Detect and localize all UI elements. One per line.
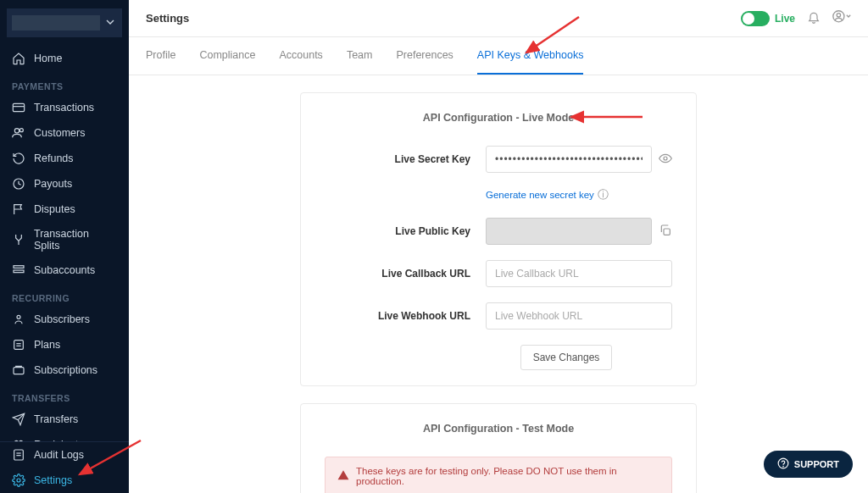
sidebar-item-label: Disputes <box>34 203 75 215</box>
sidebar-item-label: Transactions <box>34 102 94 114</box>
svg-point-3 <box>19 129 23 132</box>
callback-url-label: Live Callback URL <box>325 268 486 280</box>
api-config-live-card: API Configuration - Live Mode Live Secre… <box>300 92 697 386</box>
svg-rect-26 <box>664 229 670 235</box>
plans-icon <box>12 338 25 352</box>
send-icon <box>12 413 25 426</box>
home-icon <box>12 52 25 65</box>
svg-rect-8 <box>14 341 24 350</box>
svg-point-22 <box>17 479 20 482</box>
nav-section-heading: PAYMENTS <box>0 71 129 95</box>
live-public-key-input[interactable] <box>486 218 652 245</box>
copy-icon[interactable] <box>659 224 672 240</box>
split-icon <box>12 233 25 246</box>
sidebar-item-label: Plans <box>34 339 60 351</box>
card-title: API Configuration - Live Mode <box>325 112 672 124</box>
workspace-logo <box>12 15 100 30</box>
live-secret-key-input[interactable] <box>486 146 652 173</box>
help-icon <box>777 457 789 471</box>
sidebar-item-subaccounts[interactable]: Subaccounts <box>0 258 129 283</box>
sidebar-item-label: Subscribers <box>34 313 90 325</box>
eye-icon[interactable] <box>659 152 672 168</box>
sidebar-item-label: Home <box>34 53 62 64</box>
users-icon <box>12 126 25 140</box>
svg-point-2 <box>14 129 19 133</box>
sidebar-item-label: Transfers <box>34 413 78 425</box>
sidebar-item-label: Subaccounts <box>34 264 95 276</box>
tab-preferences[interactable]: Preferences <box>396 37 453 75</box>
topbar: Settings Live <box>129 0 868 37</box>
sidebar-item-settings[interactable]: Settings <box>0 468 129 493</box>
svg-rect-0 <box>13 103 24 111</box>
public-key-label: Live Public Key <box>325 225 486 237</box>
tab-compliance[interactable]: Compliance <box>199 37 255 75</box>
nav-section-heading: TRANSFERS <box>0 383 129 407</box>
user-avatar-menu[interactable] <box>832 10 851 26</box>
sidebar-item-plans[interactable]: Plans <box>0 332 129 357</box>
svg-point-24 <box>837 14 840 17</box>
sidebar-item-subscribers[interactable]: Subscribers <box>0 307 129 332</box>
sidebar-item-subscriptions[interactable]: Subscriptions <box>0 357 129 383</box>
card-icon <box>12 101 25 114</box>
tab-team[interactable]: Team <box>347 37 373 75</box>
sidebar-item-transaction-splits[interactable]: Transaction Splits <box>0 222 129 258</box>
tab-profile[interactable]: Profile <box>146 37 175 75</box>
subscriptions-icon <box>12 363 25 377</box>
live-webhook-url-input[interactable] <box>486 302 672 330</box>
sidebar-item-label: Audit Logs <box>34 449 84 461</box>
payout-icon <box>12 177 25 191</box>
bell-icon[interactable] <box>807 10 821 26</box>
subscriber-icon <box>12 313 25 326</box>
live-mode-toggle[interactable] <box>741 11 770 26</box>
content: API Configuration - Live Mode Live Secre… <box>129 75 868 493</box>
sidebar-item-label: Subscriptions <box>34 364 97 376</box>
support-button[interactable]: SUPPORT <box>764 451 853 478</box>
log-icon <box>12 448 25 462</box>
sidebar-item-label: Customers <box>34 127 85 139</box>
svg-rect-19 <box>14 450 24 460</box>
sidebar-item-label: Transaction Splits <box>34 228 117 252</box>
sidebar-item-label: Settings <box>34 474 72 486</box>
warning-icon <box>337 469 349 483</box>
webhook-url-label: Live Webhook URL <box>325 310 486 322</box>
refund-icon <box>12 152 25 165</box>
sidebar-item-audit-logs[interactable]: Audit Logs <box>0 442 129 468</box>
secret-key-label: Live Secret Key <box>325 153 486 165</box>
sidebar-item-transfers[interactable]: Transfers <box>0 407 129 432</box>
flag-icon <box>12 202 25 216</box>
tab-accounts[interactable]: Accounts <box>279 37 322 75</box>
svg-rect-6 <box>14 270 24 273</box>
sidebar-item-transactions[interactable]: Transactions <box>0 95 129 120</box>
svg-rect-5 <box>14 266 24 269</box>
test-mode-warning: These keys are for testing only. Please … <box>325 457 672 493</box>
svg-point-7 <box>17 315 20 319</box>
sidebar-item-refunds[interactable]: Refunds <box>0 146 129 171</box>
live-callback-url-input[interactable] <box>486 260 672 287</box>
save-changes-button[interactable]: Save Changes <box>520 345 613 370</box>
sidebar: Home PAYMENTS Transactions Customers Ref… <box>0 0 129 493</box>
svg-rect-11 <box>14 368 24 374</box>
live-mode-label: Live <box>775 13 795 25</box>
chevron-down-icon <box>103 15 117 31</box>
sidebar-item-payouts[interactable]: Payouts <box>0 171 129 197</box>
api-config-test-card: API Configuration - Test Mode These keys… <box>300 403 697 493</box>
sidebar-item-label: Refunds <box>34 152 74 164</box>
page-title: Settings <box>146 12 189 25</box>
gear-icon <box>12 474 25 487</box>
sidebar-item-home[interactable]: Home <box>0 46 129 71</box>
main: Settings Live Profile Compliance Account… <box>129 0 868 493</box>
generate-secret-link[interactable]: Generate new secret key ⓘ <box>486 187 609 202</box>
nav-section-heading: RECURRING <box>0 283 129 307</box>
svg-point-25 <box>664 157 667 160</box>
sidebar-item-disputes[interactable]: Disputes <box>0 197 129 222</box>
tab-api-keys-webhooks[interactable]: API Keys & Webhooks <box>477 37 584 75</box>
info-icon: ⓘ <box>598 187 609 202</box>
svg-point-32 <box>783 466 784 467</box>
card-title: API Configuration - Test Mode <box>325 423 672 435</box>
settings-tabs: Profile Compliance Accounts Team Prefere… <box>129 37 868 75</box>
subaccount-icon <box>12 263 25 277</box>
sidebar-item-customers[interactable]: Customers <box>0 120 129 146</box>
support-label: SUPPORT <box>794 459 839 469</box>
workspace-switcher[interactable] <box>7 8 122 37</box>
sidebar-item-label: Payouts <box>34 178 72 190</box>
